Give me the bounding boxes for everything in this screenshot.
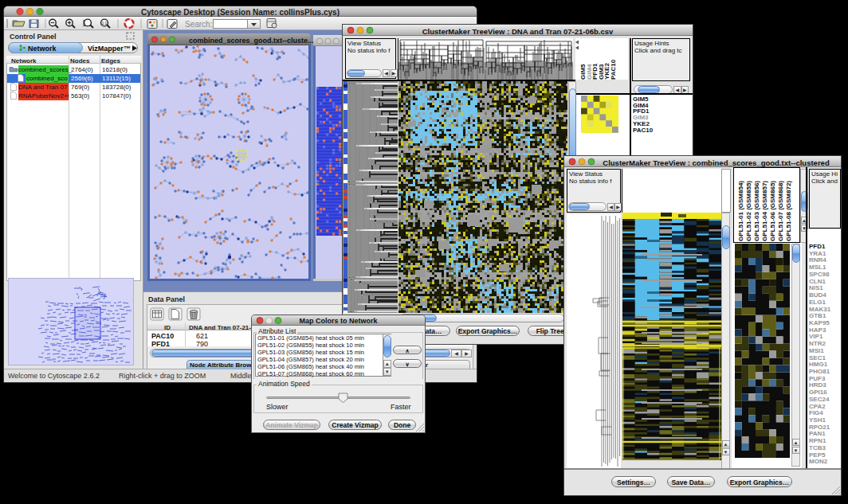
svg-text:1:1: 1:1: [102, 21, 108, 25]
